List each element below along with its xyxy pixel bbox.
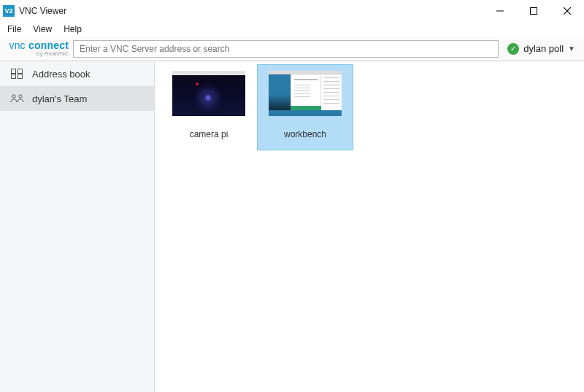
- connection-label: camera pi: [190, 129, 228, 139]
- maximize-button[interactable]: [517, 0, 550, 22]
- svg-rect-6: [12, 74, 16, 79]
- svg-point-8: [12, 95, 15, 98]
- connection-tile-camera-pi[interactable]: camera pi: [161, 64, 257, 150]
- menu-view[interactable]: View: [27, 23, 58, 36]
- sidebar-item-label: dylan's Team: [32, 93, 87, 104]
- logo-prefix: vnc: [9, 39, 25, 51]
- main-panel: camera pi workbench: [155, 61, 584, 392]
- window-title: VNC Viewer: [19, 6, 66, 16]
- svg-rect-5: [18, 69, 23, 74]
- svg-line-3: [564, 7, 571, 15]
- sidebar: Address book dylan's Team: [0, 61, 155, 392]
- user-menu[interactable]: ✓ dylan poll ▼: [499, 40, 580, 58]
- connection-thumbnail: [172, 71, 245, 116]
- menubar: File View Help: [0, 22, 584, 36]
- address-book-icon: [10, 69, 25, 79]
- minimize-button[interactable]: [483, 0, 517, 22]
- connection-label: workbench: [284, 129, 326, 139]
- menu-help[interactable]: Help: [58, 23, 88, 36]
- user-name-label: dylan poll: [523, 43, 564, 54]
- body: Address book dylan's Team camera pi work…: [0, 61, 584, 392]
- connection-thumbnail: [269, 71, 342, 116]
- check-circle-icon: ✓: [507, 43, 519, 55]
- sidebar-item-team[interactable]: dylan's Team: [0, 86, 154, 111]
- svg-point-9: [19, 95, 22, 98]
- sidebar-item-address-book[interactable]: Address book: [0, 61, 154, 86]
- connection-tile-workbench[interactable]: workbench: [257, 64, 353, 150]
- search-placeholder: Enter a VNC Server address or search: [80, 44, 229, 54]
- toolbar: vnc connect by RealVNC Enter a VNC Serve…: [0, 36, 584, 61]
- logo-word: connect: [28, 39, 69, 51]
- chevron-down-icon: ▼: [568, 45, 575, 53]
- brand-logo: vnc connect by RealVNC: [0, 40, 73, 57]
- app-icon: V2: [3, 5, 15, 17]
- close-button[interactable]: [550, 0, 584, 22]
- titlebar: V2 VNC Viewer: [0, 0, 584, 22]
- svg-line-2: [564, 7, 571, 15]
- svg-rect-4: [12, 69, 16, 74]
- search-input[interactable]: Enter a VNC Server address or search: [73, 40, 499, 58]
- svg-rect-1: [531, 8, 537, 15]
- team-icon: [10, 94, 25, 103]
- logo-byline: by RealVNC: [36, 51, 69, 57]
- sidebar-item-label: Address book: [32, 69, 91, 80]
- menu-file[interactable]: File: [1, 23, 27, 36]
- svg-rect-7: [18, 74, 23, 79]
